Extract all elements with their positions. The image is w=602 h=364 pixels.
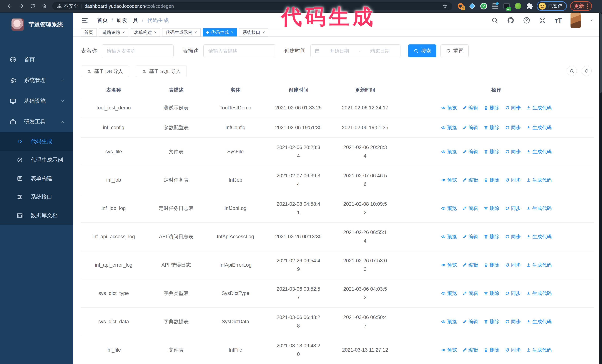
browser-menu-icon[interactable] — [587, 3, 588, 9]
generate-code-link[interactable]: 生成代码 — [526, 204, 552, 213]
search-button[interactable]: 搜索 — [408, 44, 436, 57]
sync-link[interactable]: 同步 — [505, 204, 521, 213]
browser-reload-button[interactable] — [27, 1, 39, 11]
preview-link[interactable]: 预览 — [441, 346, 457, 354]
preview-link[interactable]: 预览 — [441, 123, 457, 132]
import-sql-button[interactable]: 基于 SQL 导入 — [136, 65, 187, 77]
generate-code-link[interactable]: 生成代码 — [526, 289, 552, 298]
edit-link[interactable]: 编辑 — [462, 346, 478, 354]
generate-code-link[interactable]: 生成代码 — [526, 232, 552, 241]
sidebar-item[interactable]: 首页 — [0, 49, 73, 70]
generate-code-link[interactable]: 生成代码 — [526, 104, 552, 112]
preview-link[interactable]: 预览 — [441, 261, 457, 269]
address-bar[interactable]: 不安全 dashboard.yudao.iocoder.cn/tool/code… — [52, 2, 452, 10]
sidebar-subitem[interactable]: 数据库文档 — [0, 206, 73, 225]
delete-link[interactable]: 删除 — [484, 317, 499, 326]
browser-home-button[interactable] — [39, 1, 50, 11]
sync-link[interactable]: 同步 — [505, 346, 521, 354]
close-icon[interactable]: × — [154, 30, 157, 35]
tab[interactable]: 代码生成× — [203, 28, 237, 36]
edit-link[interactable]: 编辑 — [462, 232, 478, 241]
sync-link[interactable]: 同步 — [505, 123, 521, 132]
table-desc-input[interactable] — [203, 44, 275, 57]
delete-link[interactable]: 删除 — [484, 261, 499, 269]
security-status[interactable]: 不安全 — [57, 3, 78, 10]
preview-link[interactable]: 预览 — [441, 204, 457, 213]
breadcrumb-item[interactable]: 研发工具 — [117, 17, 138, 24]
sync-link[interactable]: 同步 — [505, 289, 521, 298]
extension-orange-icon[interactable]: 1 — [457, 3, 464, 10]
preview-link[interactable]: 预览 — [441, 147, 457, 156]
preview-link[interactable]: 预览 — [441, 232, 457, 241]
table-name-input[interactable] — [102, 44, 173, 57]
generate-code-link[interactable]: 生成代码 — [526, 147, 552, 156]
edit-link[interactable]: 编辑 — [462, 289, 478, 298]
sidebar-logo[interactable]: 芋道管理系统 — [0, 13, 73, 37]
edit-link[interactable]: 编辑 — [462, 261, 478, 269]
edit-link[interactable]: 编辑 — [462, 176, 478, 184]
generate-code-link[interactable]: 生成代码 — [526, 123, 552, 132]
edit-link[interactable]: 编辑 — [462, 317, 478, 326]
header-search-icon[interactable] — [491, 17, 498, 24]
extension-bars-icon[interactable] — [492, 3, 499, 10]
delete-link[interactable]: 删除 — [484, 123, 499, 132]
sidebar-item[interactable]: 系统管理 — [0, 70, 73, 91]
github-icon[interactable] — [507, 17, 514, 24]
refresh-table-button[interactable] — [582, 66, 592, 76]
generate-code-link[interactable]: 生成代码 — [526, 176, 552, 184]
sync-link[interactable]: 同步 — [505, 232, 521, 241]
tab[interactable]: 系统接口× — [239, 28, 269, 36]
extension-frog-icon[interactable] — [515, 3, 522, 10]
preview-link[interactable]: 预览 — [441, 176, 457, 184]
edit-link[interactable]: 编辑 — [462, 204, 478, 213]
close-icon[interactable]: × — [195, 30, 197, 35]
tab[interactable]: 链路追踪× — [99, 28, 128, 36]
close-icon[interactable]: × — [231, 30, 233, 35]
generate-code-link[interactable]: 生成代码 — [526, 346, 552, 354]
sidebar-subitem[interactable]: 表单构建 — [0, 169, 73, 188]
delete-link[interactable]: 删除 — [484, 204, 499, 213]
sidebar-subitem[interactable]: 代码生成 — [0, 132, 73, 151]
sync-link[interactable]: 同步 — [505, 176, 521, 184]
delete-link[interactable]: 删除 — [484, 147, 499, 156]
preview-link[interactable]: 预览 — [441, 289, 457, 298]
extensions-puzzle-icon[interactable] — [526, 3, 533, 10]
delete-link[interactable]: 删除 — [484, 176, 499, 184]
sync-link[interactable]: 同步 — [505, 261, 521, 269]
close-icon[interactable]: × — [262, 30, 265, 35]
sidebar-item[interactable]: 基础设施 — [0, 91, 73, 112]
generate-code-link[interactable]: 生成代码 — [526, 317, 552, 326]
chevron-down-icon[interactable] — [589, 18, 594, 23]
sidebar-subitem[interactable]: 代码生成示例 — [0, 151, 73, 169]
tab[interactable]: 代码生成示例× — [162, 28, 201, 36]
tab[interactable]: 表单构建× — [130, 28, 160, 36]
extension-green-check-icon[interactable]: V — [480, 3, 487, 10]
delete-link[interactable]: 删除 — [484, 104, 499, 112]
date-range-picker[interactable]: 开始日期 - 结束日期 — [311, 44, 400, 57]
edit-link[interactable]: 编辑 — [462, 147, 478, 156]
delete-link[interactable]: 删除 — [484, 346, 499, 354]
preview-link[interactable]: 预览 — [441, 317, 457, 326]
sync-link[interactable]: 同步 — [505, 317, 521, 326]
edit-link[interactable]: 编辑 — [462, 123, 478, 132]
font-size-icon[interactable]: тT — [555, 17, 562, 24]
browser-back-button[interactable] — [4, 1, 16, 11]
sidebar-subitem[interactable]: 系统接口 — [0, 188, 73, 206]
sidebar-item[interactable]: 研发工具 — [0, 112, 73, 132]
delete-link[interactable]: 删除 — [484, 289, 499, 298]
close-icon[interactable]: × — [122, 30, 125, 35]
bookmark-star-icon[interactable] — [442, 3, 448, 9]
browser-forward-button[interactable] — [16, 1, 27, 11]
sync-link[interactable]: 同步 — [505, 147, 521, 156]
generate-code-link[interactable]: 生成代码 — [526, 261, 552, 269]
breadcrumb-item[interactable]: 首页 — [97, 17, 108, 24]
user-avatar[interactable] — [570, 13, 581, 28]
tab[interactable]: 首页 — [81, 28, 97, 36]
fullscreen-icon[interactable] — [539, 17, 546, 24]
edit-link[interactable]: 编辑 — [462, 104, 478, 112]
sync-link[interactable]: 同步 — [505, 104, 521, 112]
sidebar-toggle-icon[interactable] — [81, 17, 88, 24]
help-icon[interactable] — [523, 17, 530, 24]
preview-link[interactable]: 预览 — [441, 104, 457, 112]
profile-paused-button[interactable]: 已暂停 — [537, 1, 567, 11]
